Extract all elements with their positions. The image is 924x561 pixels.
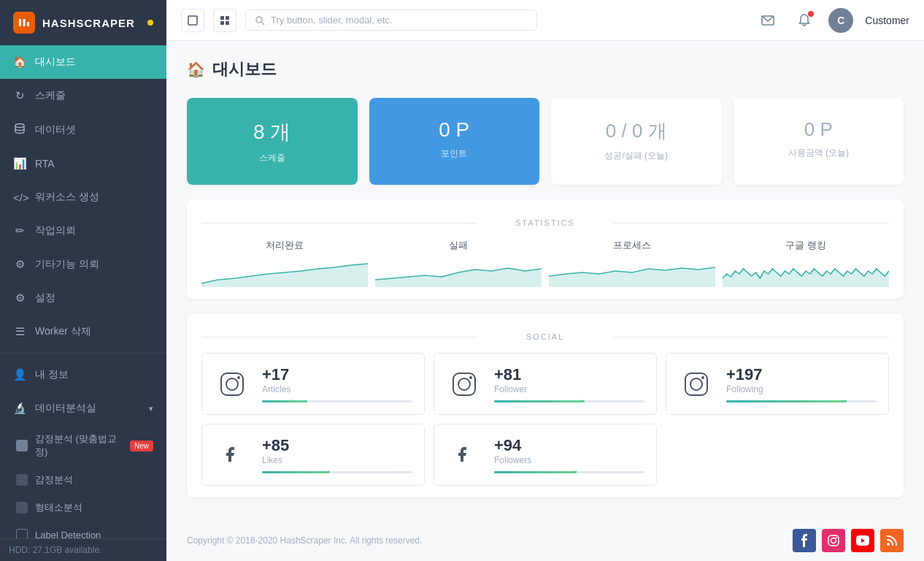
svg-rect-13	[221, 373, 243, 395]
dataset-icon	[13, 123, 26, 137]
sidebar-item-dataset[interactable]: 데이터셋	[0, 112, 166, 147]
following-bar	[726, 400, 877, 402]
fb-followers-bar	[494, 471, 644, 473]
sidebar-subitem-sentiment[interactable]: 감정분석	[0, 466, 166, 494]
worker-delete-icon: ☰	[13, 325, 26, 338]
chart-processed: 처리완료	[201, 239, 368, 287]
follower-bar	[494, 400, 644, 402]
svg-point-24	[836, 537, 837, 538]
sidebar-item-settings[interactable]: ⚙ 설정	[0, 281, 166, 315]
rss-link[interactable]	[880, 529, 904, 552]
sidebar-subitem-sentiment-custom[interactable]: 감정분석 (맞춤법교정) New	[0, 425, 166, 466]
svg-point-0	[15, 124, 24, 128]
sidebar-item-label: 내 정보	[35, 368, 69, 381]
statistics-section: STATISTICS 처리완료 실패	[187, 199, 904, 299]
social-stats-likes: +85 Likes	[262, 436, 412, 473]
instagram-icon	[678, 366, 715, 402]
sidebar-subitem-label-detection[interactable]: Label Detection	[0, 522, 166, 538]
youtube-link[interactable]	[851, 529, 874, 552]
chart-label: 프로세스	[549, 239, 715, 252]
svg-point-6	[256, 17, 262, 23]
main-area: Try button, slider, modal, etc. C Custom…	[166, 0, 924, 561]
chart-label: 실패	[375, 239, 542, 252]
stat-card-usage: 0 P 사용금액 (오늘)	[734, 98, 904, 185]
follower-bar-fill	[494, 400, 585, 402]
layout-single-icon[interactable]	[181, 9, 204, 32]
search-bar[interactable]: Try button, slider, modal, etc.	[245, 9, 537, 31]
svg-point-20	[690, 378, 702, 390]
sub-icon	[16, 440, 28, 451]
likes-bar	[262, 471, 412, 473]
sidebar: HASHSCRAPER 🏠 대시보드 ↻ 스케줄 데이터셋 📊 RTA </> …	[0, 0, 166, 561]
fb-followers-bar-fill	[494, 471, 577, 473]
sidebar-item-datalab[interactable]: 🔬 데이터분석실 ▾	[0, 392, 166, 425]
lab-icon: 🔬	[13, 402, 26, 415]
instagram-link[interactable]	[822, 529, 845, 552]
sub-icon	[16, 502, 28, 514]
search-placeholder: Try button, slider, modal, etc.	[271, 15, 392, 26]
header-right: C Customer	[755, 8, 909, 33]
svg-marker-12	[723, 269, 889, 287]
mail-button[interactable]	[755, 8, 780, 33]
svg-rect-3	[226, 16, 229, 20]
copyright-text: Copyright © 2018-2020 HashScraper Inc. A…	[187, 535, 422, 546]
success-fail-label: 성공/실패 (오늘)	[604, 150, 668, 161]
footer: Copyright © 2018-2020 HashScraper Inc. A…	[166, 520, 924, 561]
sidebar-item-label: 데이터셋	[35, 123, 76, 137]
sub-label: 형태소분석	[35, 501, 82, 514]
chart-label: 구글 랭킹	[723, 239, 889, 252]
hdd-info: HDD: 27.1GB available.	[9, 545, 101, 555]
likes-value: +85	[262, 436, 412, 455]
mini-chart-failed	[375, 258, 542, 287]
facebook-icon	[214, 437, 250, 473]
social-stats-follower: +81 Follower	[494, 365, 644, 402]
svg-marker-10	[375, 268, 542, 287]
facebook-link[interactable]	[793, 529, 816, 552]
avatar: C	[828, 8, 853, 33]
nav-divider	[0, 353, 166, 354]
points-value: 0 P	[384, 118, 525, 142]
svg-point-17	[458, 378, 470, 390]
extra-icon: ⚙	[13, 258, 26, 271]
sidebar-item-myinfo[interactable]: 👤 내 정보	[0, 358, 166, 392]
social-divider: SOCIAL	[201, 332, 889, 341]
sidebar-item-worker-create[interactable]: </> 워커소스 생성	[0, 180, 166, 214]
sidebar-subitem-morph[interactable]: 형태소분석	[0, 494, 166, 522]
mini-chart-google	[723, 258, 889, 287]
svg-point-14	[226, 378, 238, 390]
sidebar-logo: HASHSCRAPER	[0, 0, 166, 45]
statistics-divider: STATISTICS	[201, 218, 889, 227]
mini-chart-processed	[201, 258, 368, 287]
svg-point-26	[887, 543, 890, 546]
sidebar-item-label: 데이터분석실	[35, 402, 96, 415]
sub-icon	[16, 529, 28, 538]
likes-metric: Likes	[262, 455, 412, 465]
logo-dot	[147, 20, 153, 26]
svg-rect-4	[220, 21, 224, 25]
logo-icon	[13, 12, 35, 34]
notification-button[interactable]	[792, 8, 817, 33]
likes-bar-fill	[262, 471, 330, 473]
articles-value: +17	[262, 365, 412, 384]
stat-card-points: 0 P 포인트	[369, 98, 540, 185]
social-card-articles: +17 Articles	[201, 353, 425, 415]
sidebar-item-rta[interactable]: 📊 RTA	[0, 147, 166, 180]
sidebar-item-schedule[interactable]: ↻ 스케줄	[0, 79, 166, 112]
sidebar-item-dashboard[interactable]: 🏠 대시보드	[0, 45, 166, 79]
sidebar-item-worker-delete[interactable]: ☰ Worker 삭제	[0, 315, 166, 348]
sidebar-item-extra[interactable]: ⚙ 기타기능 의뢰	[0, 248, 166, 281]
page-title-row: 🏠 대시보드	[187, 58, 904, 80]
header: Try button, slider, modal, etc. C Custom…	[166, 0, 924, 41]
schedule-label: 스케줄	[259, 153, 285, 163]
social-card-follower: +81 Follower	[434, 353, 657, 415]
svg-point-18	[469, 376, 472, 379]
articles-metric: Articles	[262, 384, 412, 394]
sidebar-item-task[interactable]: ✏ 작업의뢰	[0, 214, 166, 248]
sidebar-navigation: 🏠 대시보드 ↻ 스케줄 데이터셋 📊 RTA </> 워커소스 생성 ✏ 작업…	[0, 45, 166, 538]
layout-grid-icon[interactable]	[213, 9, 236, 32]
usage-label: 사용금액 (오늘)	[788, 148, 849, 158]
articles-bar	[262, 400, 412, 402]
social-stats-articles: +17 Articles	[262, 365, 412, 402]
usage-value: 0 P	[748, 118, 890, 141]
instagram-icon	[446, 366, 482, 402]
